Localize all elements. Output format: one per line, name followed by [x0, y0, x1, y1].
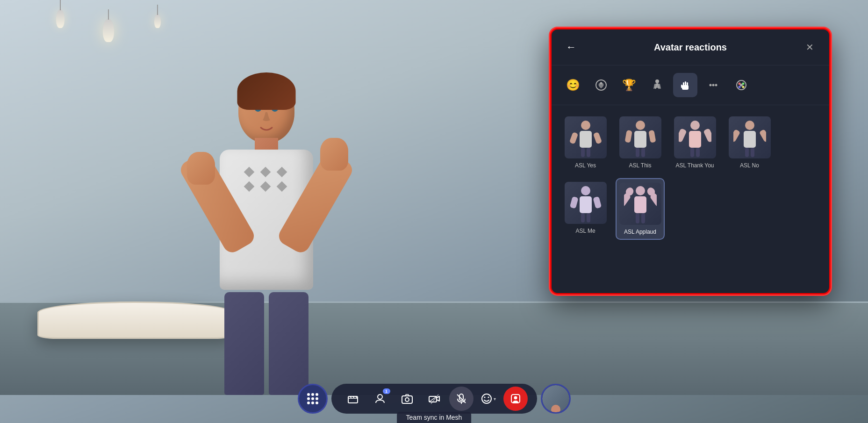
svg-rect-44 — [759, 129, 766, 143]
avatar-leg-right — [269, 292, 308, 395]
mute-icon — [455, 393, 467, 405]
camera-icon — [401, 393, 413, 405]
camera-button[interactable] — [395, 387, 419, 411]
svg-rect-48 — [580, 196, 592, 213]
svg-point-35 — [690, 121, 700, 130]
svg-rect-25 — [569, 132, 578, 144]
asl-thank-you-svg — [679, 118, 711, 158]
back-button[interactable]: ← — [563, 39, 580, 56]
svg-rect-49 — [569, 196, 578, 209]
svg-point-20 — [739, 86, 741, 88]
reactions-button[interactable]: ▾ — [476, 387, 501, 411]
reaction-asl-applaud[interactable]: ASL Applaud — [616, 178, 665, 240]
tab-more[interactable] — [701, 73, 725, 97]
svg-rect-50 — [593, 196, 602, 209]
avatar-self-head — [551, 405, 560, 412]
avatar-button[interactable] — [503, 387, 528, 411]
reaction-avatar-asl-this — [619, 116, 661, 158]
svg-rect-52 — [587, 213, 590, 222]
reaction-asl-me[interactable]: ASL Me — [561, 178, 610, 240]
tab-emoji[interactable]: 😊 — [561, 73, 585, 97]
avatar-hand-right — [320, 138, 348, 171]
apps-button[interactable] — [298, 384, 328, 414]
video-icon — [428, 393, 440, 405]
svg-rect-34 — [641, 148, 645, 157]
avatar-icon — [509, 393, 522, 405]
svg-rect-30 — [634, 131, 646, 148]
toolbar-pill: 1 — [331, 384, 537, 414]
reaction-avatar-asl-me — [565, 182, 607, 224]
svg-rect-24 — [580, 131, 592, 148]
svg-point-53 — [636, 186, 645, 195]
svg-rect-45 — [745, 148, 749, 157]
svg-rect-54 — [634, 196, 646, 213]
hand-icon — [679, 79, 692, 92]
svg-rect-12 — [687, 82, 688, 86]
participants-button[interactable]: 1 — [368, 387, 392, 411]
svg-rect-46 — [751, 148, 754, 157]
svg-rect-63 — [402, 396, 412, 403]
activity-icon — [651, 79, 664, 92]
video-button[interactable] — [422, 387, 446, 411]
scene-icon — [347, 393, 359, 405]
panel-header: ← Avatar reactions ✕ — [552, 29, 829, 65]
svg-point-29 — [636, 121, 645, 130]
tab-activity[interactable] — [645, 73, 669, 97]
reaction-label-asl-this: ASL This — [629, 162, 651, 169]
reaction-label-asl-no: ASL No — [740, 162, 759, 169]
reaction-label-asl-yes: ASL Yes — [575, 162, 596, 169]
main-avatar-figure — [173, 77, 360, 395]
svg-point-23 — [581, 121, 590, 130]
svg-rect-51 — [581, 213, 585, 222]
svg-point-75 — [514, 396, 517, 400]
svg-rect-59 — [636, 213, 639, 223]
panel-title: Avatar reactions — [587, 42, 794, 53]
reaction-label-asl-me: ASL Me — [575, 228, 595, 234]
svg-point-64 — [405, 398, 409, 401]
participants-badge: 1 — [383, 388, 390, 394]
svg-rect-37 — [679, 128, 687, 143]
svg-rect-27 — [581, 148, 585, 157]
tab-gesture[interactable] — [589, 73, 613, 97]
svg-rect-36 — [689, 131, 701, 148]
apps-dots-icon — [307, 393, 318, 404]
back-icon: ← — [566, 41, 576, 53]
asl-me-svg — [569, 183, 602, 223]
light-bulb-2 — [103, 19, 114, 42]
bottom-toolbar: 1 — [298, 384, 571, 414]
avatar-hair — [237, 72, 296, 110]
close-icon: ✕ — [806, 42, 814, 53]
svg-rect-38 — [703, 128, 711, 143]
svg-rect-31 — [624, 130, 632, 143]
reaction-asl-no[interactable]: ASL No — [725, 113, 774, 172]
avatar-leg-left — [224, 292, 264, 395]
tab-hand[interactable] — [673, 73, 697, 97]
avatar-self-portrait[interactable] — [541, 384, 571, 414]
reaction-asl-this[interactable]: ASL This — [616, 113, 665, 172]
svg-point-73 — [488, 397, 489, 398]
art-icon — [735, 79, 748, 92]
scene-button[interactable] — [341, 387, 365, 411]
svg-rect-11 — [685, 81, 686, 86]
svg-rect-32 — [648, 130, 656, 143]
light-bulb-1 — [56, 9, 65, 28]
reaction-asl-thank-you[interactable]: ASL Thank You — [670, 113, 719, 172]
reaction-asl-yes[interactable]: ASL Yes — [561, 113, 610, 172]
close-button[interactable]: ✕ — [801, 39, 818, 56]
svg-point-47 — [581, 186, 590, 195]
reactions-grid: ASL Yes ASL This — [552, 105, 829, 293]
svg-rect-10 — [683, 82, 684, 86]
sweater-pattern — [245, 168, 287, 190]
avatar-legs — [224, 292, 308, 395]
svg-point-41 — [745, 121, 754, 130]
tab-art[interactable] — [729, 73, 753, 97]
svg-rect-40 — [696, 148, 700, 157]
gesture-icon — [595, 79, 608, 92]
tab-trophy[interactable]: 🏆 — [617, 73, 641, 97]
asl-yes-svg — [569, 118, 602, 158]
svg-point-15 — [712, 84, 715, 86]
session-label: Team sync in Mesh — [397, 412, 472, 423]
svg-rect-39 — [690, 148, 694, 157]
mute-button[interactable] — [449, 387, 473, 411]
reaction-label-asl-thank-you: ASL Thank You — [675, 162, 714, 169]
